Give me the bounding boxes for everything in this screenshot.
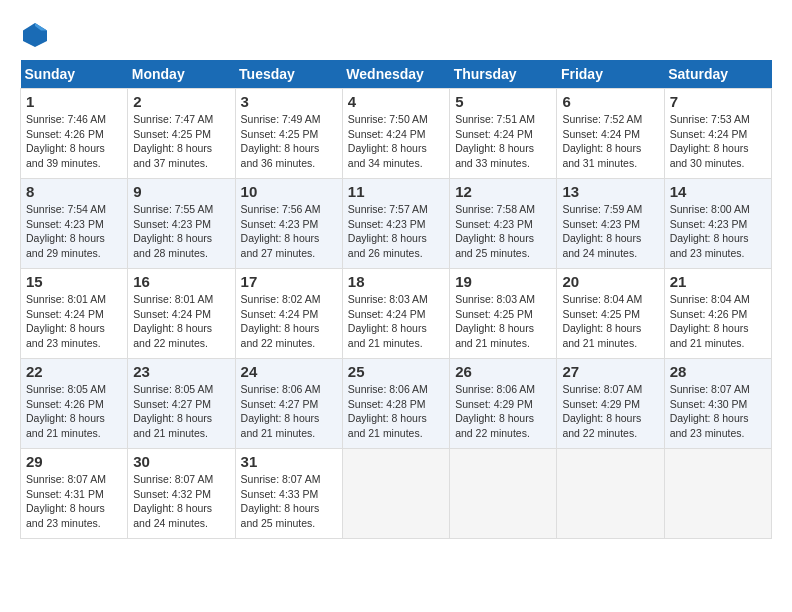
day-info: Sunrise: 7:58 AM Sunset: 4:23 PM Dayligh… [455, 202, 551, 261]
calendar-cell: 18 Sunrise: 8:03 AM Sunset: 4:24 PM Dayl… [342, 269, 449, 359]
day-header-thursday: Thursday [450, 60, 557, 89]
calendar-cell: 30 Sunrise: 8:07 AM Sunset: 4:32 PM Dayl… [128, 449, 235, 539]
day-info: Sunrise: 8:04 AM Sunset: 4:26 PM Dayligh… [670, 292, 766, 351]
calendar-cell: 15 Sunrise: 8:01 AM Sunset: 4:24 PM Dayl… [21, 269, 128, 359]
calendar-cell: 7 Sunrise: 7:53 AM Sunset: 4:24 PM Dayli… [664, 89, 771, 179]
day-info: Sunrise: 7:46 AM Sunset: 4:26 PM Dayligh… [26, 112, 122, 171]
day-number: 27 [562, 363, 658, 380]
day-number: 17 [241, 273, 337, 290]
day-number: 16 [133, 273, 229, 290]
day-info: Sunrise: 8:02 AM Sunset: 4:24 PM Dayligh… [241, 292, 337, 351]
day-header-sunday: Sunday [21, 60, 128, 89]
day-number: 10 [241, 183, 337, 200]
day-number: 6 [562, 93, 658, 110]
day-info: Sunrise: 7:50 AM Sunset: 4:24 PM Dayligh… [348, 112, 444, 171]
calendar-cell: 27 Sunrise: 8:07 AM Sunset: 4:29 PM Dayl… [557, 359, 664, 449]
week-row-3: 15 Sunrise: 8:01 AM Sunset: 4:24 PM Dayl… [21, 269, 772, 359]
calendar-cell: 23 Sunrise: 8:05 AM Sunset: 4:27 PM Dayl… [128, 359, 235, 449]
week-row-1: 1 Sunrise: 7:46 AM Sunset: 4:26 PM Dayli… [21, 89, 772, 179]
calendar-cell: 24 Sunrise: 8:06 AM Sunset: 4:27 PM Dayl… [235, 359, 342, 449]
day-header-wednesday: Wednesday [342, 60, 449, 89]
day-header-friday: Friday [557, 60, 664, 89]
calendar-cell: 19 Sunrise: 8:03 AM Sunset: 4:25 PM Dayl… [450, 269, 557, 359]
day-number: 7 [670, 93, 766, 110]
svg-marker-0 [23, 23, 47, 47]
day-info: Sunrise: 7:57 AM Sunset: 4:23 PM Dayligh… [348, 202, 444, 261]
day-header-saturday: Saturday [664, 60, 771, 89]
day-number: 1 [26, 93, 122, 110]
day-info: Sunrise: 8:01 AM Sunset: 4:24 PM Dayligh… [133, 292, 229, 351]
calendar-cell: 29 Sunrise: 8:07 AM Sunset: 4:31 PM Dayl… [21, 449, 128, 539]
day-number: 28 [670, 363, 766, 380]
day-info: Sunrise: 8:07 AM Sunset: 4:31 PM Dayligh… [26, 472, 122, 531]
day-number: 3 [241, 93, 337, 110]
calendar-cell: 26 Sunrise: 8:06 AM Sunset: 4:29 PM Dayl… [450, 359, 557, 449]
day-info: Sunrise: 8:03 AM Sunset: 4:24 PM Dayligh… [348, 292, 444, 351]
day-number: 25 [348, 363, 444, 380]
day-number: 18 [348, 273, 444, 290]
day-info: Sunrise: 7:53 AM Sunset: 4:24 PM Dayligh… [670, 112, 766, 171]
day-info: Sunrise: 8:01 AM Sunset: 4:24 PM Dayligh… [26, 292, 122, 351]
calendar-cell: 3 Sunrise: 7:49 AM Sunset: 4:25 PM Dayli… [235, 89, 342, 179]
day-info: Sunrise: 8:05 AM Sunset: 4:26 PM Dayligh… [26, 382, 122, 441]
day-number: 29 [26, 453, 122, 470]
day-info: Sunrise: 8:06 AM Sunset: 4:27 PM Dayligh… [241, 382, 337, 441]
calendar-cell [664, 449, 771, 539]
day-number: 4 [348, 93, 444, 110]
day-info: Sunrise: 7:55 AM Sunset: 4:23 PM Dayligh… [133, 202, 229, 261]
calendar-cell: 20 Sunrise: 8:04 AM Sunset: 4:25 PM Dayl… [557, 269, 664, 359]
day-number: 13 [562, 183, 658, 200]
day-info: Sunrise: 7:54 AM Sunset: 4:23 PM Dayligh… [26, 202, 122, 261]
week-row-2: 8 Sunrise: 7:54 AM Sunset: 4:23 PM Dayli… [21, 179, 772, 269]
day-number: 23 [133, 363, 229, 380]
day-info: Sunrise: 7:51 AM Sunset: 4:24 PM Dayligh… [455, 112, 551, 171]
day-number: 22 [26, 363, 122, 380]
calendar-cell: 5 Sunrise: 7:51 AM Sunset: 4:24 PM Dayli… [450, 89, 557, 179]
calendar-body: 1 Sunrise: 7:46 AM Sunset: 4:26 PM Dayli… [21, 89, 772, 539]
calendar-cell: 22 Sunrise: 8:05 AM Sunset: 4:26 PM Dayl… [21, 359, 128, 449]
calendar-cell: 21 Sunrise: 8:04 AM Sunset: 4:26 PM Dayl… [664, 269, 771, 359]
day-number: 26 [455, 363, 551, 380]
day-number: 30 [133, 453, 229, 470]
calendar-header-row: SundayMondayTuesdayWednesdayThursdayFrid… [21, 60, 772, 89]
calendar-cell: 28 Sunrise: 8:07 AM Sunset: 4:30 PM Dayl… [664, 359, 771, 449]
day-info: Sunrise: 8:05 AM Sunset: 4:27 PM Dayligh… [133, 382, 229, 441]
calendar-cell: 2 Sunrise: 7:47 AM Sunset: 4:25 PM Dayli… [128, 89, 235, 179]
calendar-cell: 13 Sunrise: 7:59 AM Sunset: 4:23 PM Dayl… [557, 179, 664, 269]
logo [20, 20, 54, 50]
calendar-cell: 11 Sunrise: 7:57 AM Sunset: 4:23 PM Dayl… [342, 179, 449, 269]
calendar-cell [450, 449, 557, 539]
calendar-cell: 4 Sunrise: 7:50 AM Sunset: 4:24 PM Dayli… [342, 89, 449, 179]
day-number: 19 [455, 273, 551, 290]
day-info: Sunrise: 8:07 AM Sunset: 4:33 PM Dayligh… [241, 472, 337, 531]
day-number: 2 [133, 93, 229, 110]
calendar-cell: 1 Sunrise: 7:46 AM Sunset: 4:26 PM Dayli… [21, 89, 128, 179]
day-info: Sunrise: 7:59 AM Sunset: 4:23 PM Dayligh… [562, 202, 658, 261]
day-number: 20 [562, 273, 658, 290]
calendar-cell: 17 Sunrise: 8:02 AM Sunset: 4:24 PM Dayl… [235, 269, 342, 359]
week-row-5: 29 Sunrise: 8:07 AM Sunset: 4:31 PM Dayl… [21, 449, 772, 539]
week-row-4: 22 Sunrise: 8:05 AM Sunset: 4:26 PM Dayl… [21, 359, 772, 449]
calendar-cell: 25 Sunrise: 8:06 AM Sunset: 4:28 PM Dayl… [342, 359, 449, 449]
day-number: 11 [348, 183, 444, 200]
day-number: 12 [455, 183, 551, 200]
day-info: Sunrise: 8:03 AM Sunset: 4:25 PM Dayligh… [455, 292, 551, 351]
calendar-cell [557, 449, 664, 539]
day-info: Sunrise: 7:47 AM Sunset: 4:25 PM Dayligh… [133, 112, 229, 171]
calendar-cell: 16 Sunrise: 8:01 AM Sunset: 4:24 PM Dayl… [128, 269, 235, 359]
day-number: 24 [241, 363, 337, 380]
calendar-cell: 9 Sunrise: 7:55 AM Sunset: 4:23 PM Dayli… [128, 179, 235, 269]
calendar-cell: 10 Sunrise: 7:56 AM Sunset: 4:23 PM Dayl… [235, 179, 342, 269]
day-number: 9 [133, 183, 229, 200]
day-info: Sunrise: 8:06 AM Sunset: 4:29 PM Dayligh… [455, 382, 551, 441]
day-info: Sunrise: 8:07 AM Sunset: 4:32 PM Dayligh… [133, 472, 229, 531]
day-info: Sunrise: 8:04 AM Sunset: 4:25 PM Dayligh… [562, 292, 658, 351]
day-number: 21 [670, 273, 766, 290]
day-info: Sunrise: 7:56 AM Sunset: 4:23 PM Dayligh… [241, 202, 337, 261]
calendar-cell: 8 Sunrise: 7:54 AM Sunset: 4:23 PM Dayli… [21, 179, 128, 269]
day-number: 8 [26, 183, 122, 200]
calendar-table: SundayMondayTuesdayWednesdayThursdayFrid… [20, 60, 772, 539]
calendar-cell: 14 Sunrise: 8:00 AM Sunset: 4:23 PM Dayl… [664, 179, 771, 269]
day-number: 31 [241, 453, 337, 470]
day-info: Sunrise: 8:07 AM Sunset: 4:30 PM Dayligh… [670, 382, 766, 441]
